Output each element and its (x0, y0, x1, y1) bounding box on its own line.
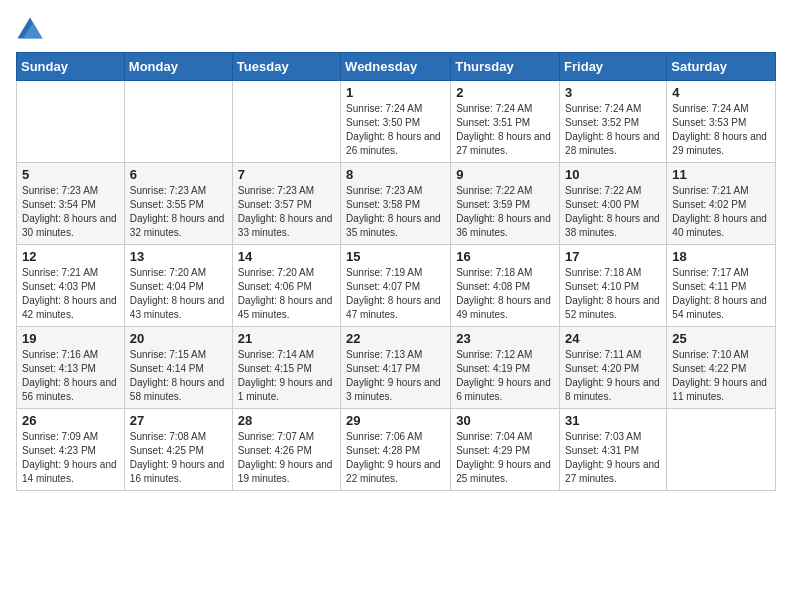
day-cell: 15Sunrise: 7:19 AM Sunset: 4:07 PM Dayli… (341, 245, 451, 327)
day-number: 6 (130, 167, 227, 182)
day-info: Sunrise: 7:11 AM Sunset: 4:20 PM Dayligh… (565, 348, 661, 404)
day-info: Sunrise: 7:20 AM Sunset: 4:04 PM Dayligh… (130, 266, 227, 322)
day-info: Sunrise: 7:19 AM Sunset: 4:07 PM Dayligh… (346, 266, 445, 322)
weekday-header-monday: Monday (124, 53, 232, 81)
day-info: Sunrise: 7:17 AM Sunset: 4:11 PM Dayligh… (672, 266, 770, 322)
day-cell: 29Sunrise: 7:06 AM Sunset: 4:28 PM Dayli… (341, 409, 451, 491)
day-number: 26 (22, 413, 119, 428)
day-cell: 9Sunrise: 7:22 AM Sunset: 3:59 PM Daylig… (451, 163, 560, 245)
day-cell: 8Sunrise: 7:23 AM Sunset: 3:58 PM Daylig… (341, 163, 451, 245)
day-number: 8 (346, 167, 445, 182)
day-number: 14 (238, 249, 335, 264)
day-number: 3 (565, 85, 661, 100)
day-number: 12 (22, 249, 119, 264)
day-number: 27 (130, 413, 227, 428)
day-cell: 19Sunrise: 7:16 AM Sunset: 4:13 PM Dayli… (17, 327, 125, 409)
day-number: 5 (22, 167, 119, 182)
day-cell: 25Sunrise: 7:10 AM Sunset: 4:22 PM Dayli… (667, 327, 776, 409)
day-info: Sunrise: 7:08 AM Sunset: 4:25 PM Dayligh… (130, 430, 227, 486)
logo (16, 16, 48, 44)
day-info: Sunrise: 7:13 AM Sunset: 4:17 PM Dayligh… (346, 348, 445, 404)
day-cell: 28Sunrise: 7:07 AM Sunset: 4:26 PM Dayli… (232, 409, 340, 491)
day-cell: 3Sunrise: 7:24 AM Sunset: 3:52 PM Daylig… (560, 81, 667, 163)
day-cell: 21Sunrise: 7:14 AM Sunset: 4:15 PM Dayli… (232, 327, 340, 409)
day-info: Sunrise: 7:12 AM Sunset: 4:19 PM Dayligh… (456, 348, 554, 404)
day-info: Sunrise: 7:06 AM Sunset: 4:28 PM Dayligh… (346, 430, 445, 486)
day-number: 28 (238, 413, 335, 428)
day-info: Sunrise: 7:07 AM Sunset: 4:26 PM Dayligh… (238, 430, 335, 486)
day-info: Sunrise: 7:21 AM Sunset: 4:02 PM Dayligh… (672, 184, 770, 240)
day-cell: 18Sunrise: 7:17 AM Sunset: 4:11 PM Dayli… (667, 245, 776, 327)
day-number: 24 (565, 331, 661, 346)
day-cell: 7Sunrise: 7:23 AM Sunset: 3:57 PM Daylig… (232, 163, 340, 245)
day-number: 16 (456, 249, 554, 264)
week-row-3: 19Sunrise: 7:16 AM Sunset: 4:13 PM Dayli… (17, 327, 776, 409)
day-info: Sunrise: 7:22 AM Sunset: 4:00 PM Dayligh… (565, 184, 661, 240)
weekday-header-tuesday: Tuesday (232, 53, 340, 81)
day-info: Sunrise: 7:09 AM Sunset: 4:23 PM Dayligh… (22, 430, 119, 486)
day-number: 11 (672, 167, 770, 182)
day-cell (17, 81, 125, 163)
logo-icon (16, 16, 44, 44)
day-info: Sunrise: 7:23 AM Sunset: 3:58 PM Dayligh… (346, 184, 445, 240)
day-info: Sunrise: 7:24 AM Sunset: 3:53 PM Dayligh… (672, 102, 770, 158)
day-cell: 12Sunrise: 7:21 AM Sunset: 4:03 PM Dayli… (17, 245, 125, 327)
day-cell: 30Sunrise: 7:04 AM Sunset: 4:29 PM Dayli… (451, 409, 560, 491)
week-row-2: 12Sunrise: 7:21 AM Sunset: 4:03 PM Dayli… (17, 245, 776, 327)
week-row-4: 26Sunrise: 7:09 AM Sunset: 4:23 PM Dayli… (17, 409, 776, 491)
day-cell: 16Sunrise: 7:18 AM Sunset: 4:08 PM Dayli… (451, 245, 560, 327)
day-cell: 4Sunrise: 7:24 AM Sunset: 3:53 PM Daylig… (667, 81, 776, 163)
day-number: 21 (238, 331, 335, 346)
day-info: Sunrise: 7:24 AM Sunset: 3:52 PM Dayligh… (565, 102, 661, 158)
week-row-0: 1Sunrise: 7:24 AM Sunset: 3:50 PM Daylig… (17, 81, 776, 163)
day-cell: 10Sunrise: 7:22 AM Sunset: 4:00 PM Dayli… (560, 163, 667, 245)
calendar-table: SundayMondayTuesdayWednesdayThursdayFrid… (16, 52, 776, 491)
day-number: 7 (238, 167, 335, 182)
day-info: Sunrise: 7:23 AM Sunset: 3:55 PM Dayligh… (130, 184, 227, 240)
day-cell: 5Sunrise: 7:23 AM Sunset: 3:54 PM Daylig… (17, 163, 125, 245)
day-number: 4 (672, 85, 770, 100)
day-info: Sunrise: 7:10 AM Sunset: 4:22 PM Dayligh… (672, 348, 770, 404)
day-cell: 22Sunrise: 7:13 AM Sunset: 4:17 PM Dayli… (341, 327, 451, 409)
day-number: 20 (130, 331, 227, 346)
day-info: Sunrise: 7:21 AM Sunset: 4:03 PM Dayligh… (22, 266, 119, 322)
week-row-1: 5Sunrise: 7:23 AM Sunset: 3:54 PM Daylig… (17, 163, 776, 245)
day-info: Sunrise: 7:23 AM Sunset: 3:57 PM Dayligh… (238, 184, 335, 240)
day-cell (124, 81, 232, 163)
weekday-header-sunday: Sunday (17, 53, 125, 81)
day-number: 30 (456, 413, 554, 428)
day-info: Sunrise: 7:14 AM Sunset: 4:15 PM Dayligh… (238, 348, 335, 404)
day-cell: 2Sunrise: 7:24 AM Sunset: 3:51 PM Daylig… (451, 81, 560, 163)
day-number: 23 (456, 331, 554, 346)
day-number: 15 (346, 249, 445, 264)
day-info: Sunrise: 7:20 AM Sunset: 4:06 PM Dayligh… (238, 266, 335, 322)
day-info: Sunrise: 7:15 AM Sunset: 4:14 PM Dayligh… (130, 348, 227, 404)
day-number: 29 (346, 413, 445, 428)
day-info: Sunrise: 7:18 AM Sunset: 4:08 PM Dayligh… (456, 266, 554, 322)
day-cell: 24Sunrise: 7:11 AM Sunset: 4:20 PM Dayli… (560, 327, 667, 409)
page-header (16, 16, 776, 44)
day-cell: 13Sunrise: 7:20 AM Sunset: 4:04 PM Dayli… (124, 245, 232, 327)
day-number: 25 (672, 331, 770, 346)
day-number: 31 (565, 413, 661, 428)
weekday-header-wednesday: Wednesday (341, 53, 451, 81)
day-info: Sunrise: 7:03 AM Sunset: 4:31 PM Dayligh… (565, 430, 661, 486)
day-number: 19 (22, 331, 119, 346)
day-number: 9 (456, 167, 554, 182)
day-info: Sunrise: 7:24 AM Sunset: 3:50 PM Dayligh… (346, 102, 445, 158)
weekday-header-saturday: Saturday (667, 53, 776, 81)
day-cell (232, 81, 340, 163)
day-cell (667, 409, 776, 491)
day-cell: 27Sunrise: 7:08 AM Sunset: 4:25 PM Dayli… (124, 409, 232, 491)
day-cell: 26Sunrise: 7:09 AM Sunset: 4:23 PM Dayli… (17, 409, 125, 491)
day-number: 10 (565, 167, 661, 182)
day-number: 1 (346, 85, 445, 100)
day-number: 2 (456, 85, 554, 100)
day-number: 18 (672, 249, 770, 264)
weekday-header-thursday: Thursday (451, 53, 560, 81)
day-info: Sunrise: 7:16 AM Sunset: 4:13 PM Dayligh… (22, 348, 119, 404)
day-number: 17 (565, 249, 661, 264)
day-cell: 31Sunrise: 7:03 AM Sunset: 4:31 PM Dayli… (560, 409, 667, 491)
day-cell: 20Sunrise: 7:15 AM Sunset: 4:14 PM Dayli… (124, 327, 232, 409)
day-number: 13 (130, 249, 227, 264)
